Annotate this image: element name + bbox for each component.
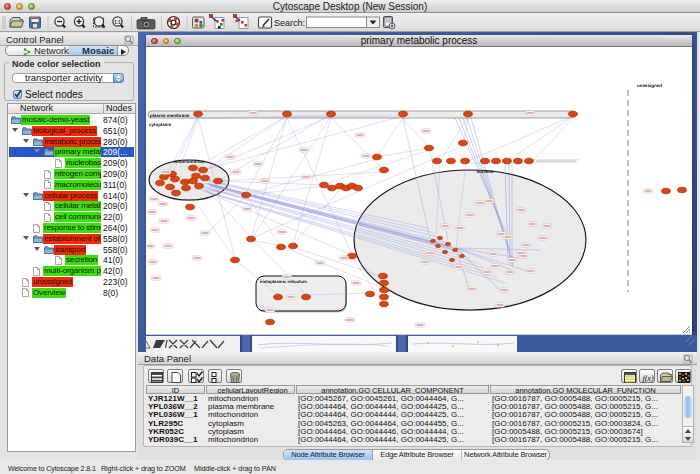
svg-text:unassigned: unassigned — [637, 83, 662, 88]
svg-text:f(x): f(x) — [642, 374, 653, 383]
svg-text:cytoplasm: cytoplasm — [149, 122, 171, 127]
svg-text:endoplasmic reticulum: endoplasmic reticulum — [260, 279, 307, 284]
svg-text:mitochondrion: mitochondrion — [173, 159, 205, 164]
svg-text:1:1: 1:1 — [114, 20, 121, 25]
svg-text:Search:: Search: — [274, 18, 305, 28]
svg-text:plasma membrane: plasma membrane — [150, 113, 190, 118]
svg-text:nucleus: nucleus — [476, 169, 494, 174]
